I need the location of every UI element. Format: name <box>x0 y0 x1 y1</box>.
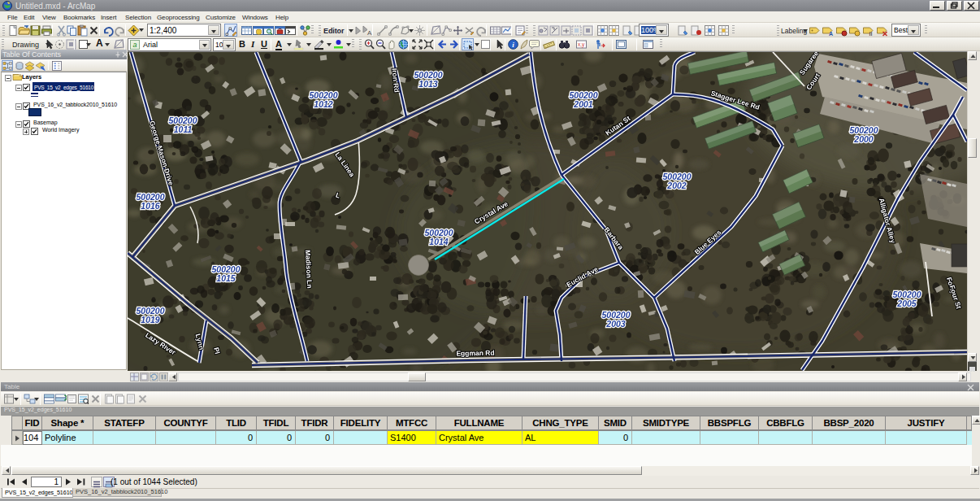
svg-text:A: A <box>829 31 833 37</box>
svg-text:ii: ii <box>869 31 873 37</box>
svg-text:x,y: x,y <box>578 41 585 48</box>
svg-text:Eggman Rd: Eggman Rd <box>456 349 494 358</box>
